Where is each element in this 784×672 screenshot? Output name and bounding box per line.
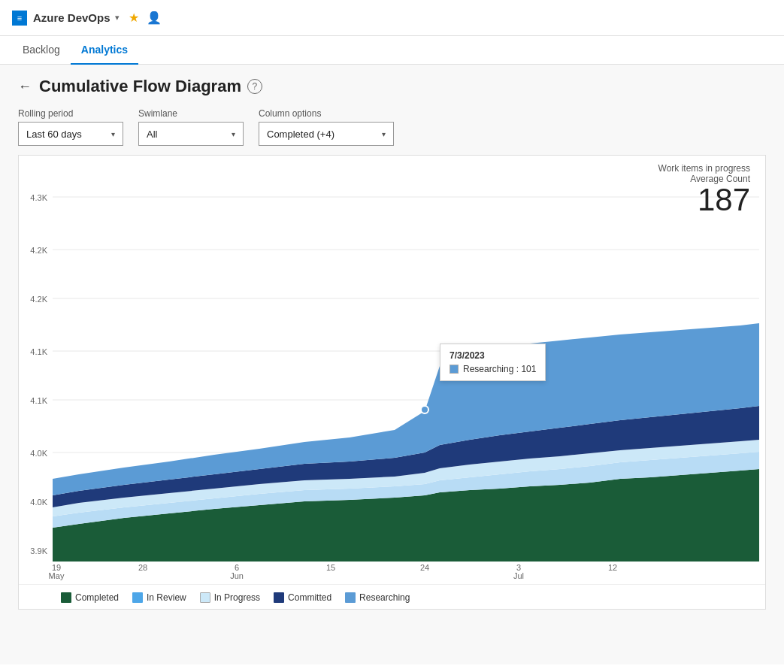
- svg-text:12: 12: [608, 563, 617, 572]
- svg-text:4.2K: 4.2K: [30, 295, 47, 304]
- tooltip-dot: [421, 406, 428, 413]
- column-options-value: Completed (+4): [267, 129, 334, 140]
- svg-text:3.9K: 3.9K: [30, 546, 47, 555]
- legend-committed: Committed: [274, 592, 331, 603]
- completed-label: Completed: [75, 592, 119, 603]
- svg-text:Jul: Jul: [513, 571, 524, 580]
- page-title: Cumulative Flow Diagram: [39, 77, 241, 96]
- svg-text:4.0K: 4.0K: [30, 498, 47, 507]
- column-options-label: Column options: [259, 108, 394, 119]
- legend-completed: Completed: [61, 592, 119, 603]
- researching-swatch: [345, 592, 356, 603]
- in-review-label: In Review: [147, 592, 186, 603]
- favorite-icon[interactable]: ★: [129, 11, 139, 25]
- column-options-chevron: ▾: [382, 130, 386, 138]
- help-icon[interactable]: ?: [247, 79, 262, 94]
- svg-text:4.3K: 4.3K: [30, 193, 47, 202]
- stats-value: 187: [658, 184, 750, 216]
- svg-text:4.2K: 4.2K: [30, 246, 47, 255]
- in-progress-label: In Progress: [214, 592, 260, 603]
- svg-text:28: 28: [138, 563, 147, 572]
- back-button[interactable]: ←: [18, 79, 32, 95]
- swimlane-select[interactable]: All ▾: [138, 122, 244, 146]
- person-icon[interactable]: 👤: [147, 11, 162, 25]
- swimlane-chevron: ▾: [232, 130, 235, 138]
- page-content: ← Cumulative Flow Diagram ? Rolling peri…: [0, 65, 784, 664]
- rolling-period-select[interactable]: Last 60 days ▾: [18, 122, 123, 146]
- filter-row: Rolling period Last 60 days ▾ Swimlane A…: [18, 108, 766, 146]
- svg-text:4.1K: 4.1K: [30, 347, 47, 356]
- stats-label1: Work items in progress: [658, 163, 750, 174]
- chart-svg: 4.3K 4.2K 4.2K 4.1K 4.1K 4.0K 4.0K 3.9K: [19, 156, 767, 584]
- stats-overlay: Work items in progress Average Count 187: [658, 163, 750, 216]
- legend-researching: Researching: [345, 592, 410, 603]
- chart-area: Work items in progress Average Count 187…: [18, 155, 766, 610]
- rolling-period-value: Last 60 days: [26, 129, 82, 140]
- app-chevron-icon[interactable]: ▾: [115, 13, 120, 23]
- swimlane-label: Swimlane: [138, 108, 244, 119]
- rolling-period-group: Rolling period Last 60 days ▾: [18, 108, 123, 146]
- app-icon: ≡: [12, 11, 27, 26]
- svg-text:4.1K: 4.1K: [30, 396, 47, 405]
- svg-text:May: May: [49, 571, 65, 580]
- column-options-group: Column options Completed (+4) ▾: [259, 108, 394, 146]
- committed-label: Committed: [288, 592, 331, 603]
- column-options-select[interactable]: Completed (+4) ▾: [259, 122, 394, 146]
- tab-analytics[interactable]: Analytics: [71, 36, 138, 65]
- swimlane-group: Swimlane All ▾: [138, 108, 244, 146]
- rolling-period-label: Rolling period: [18, 108, 123, 119]
- svg-text:15: 15: [326, 563, 335, 572]
- svg-text:Jun: Jun: [230, 571, 244, 580]
- app-title: Azure DevOps: [33, 11, 110, 24]
- committed-swatch: [274, 592, 284, 603]
- legend-in-review: In Review: [132, 592, 186, 603]
- app-header: ≡ Azure DevOps ▾ ★ 👤: [0, 0, 784, 36]
- page-title-row: ← Cumulative Flow Diagram ?: [18, 77, 766, 96]
- rolling-period-chevron: ▾: [111, 130, 115, 138]
- tab-backlog[interactable]: Backlog: [12, 36, 71, 65]
- legend-in-progress: In Progress: [200, 592, 260, 603]
- nav-tabs: Backlog Analytics: [0, 36, 784, 65]
- legend-row: Completed In Review In Progress Committe…: [19, 584, 765, 609]
- in-progress-swatch: [200, 592, 210, 603]
- svg-text:24: 24: [420, 563, 429, 572]
- in-review-swatch: [132, 592, 143, 603]
- swimlane-value: All: [147, 129, 157, 140]
- svg-text:4.0K: 4.0K: [30, 449, 47, 458]
- researching-label: Researching: [359, 592, 410, 603]
- completed-swatch: [61, 592, 71, 603]
